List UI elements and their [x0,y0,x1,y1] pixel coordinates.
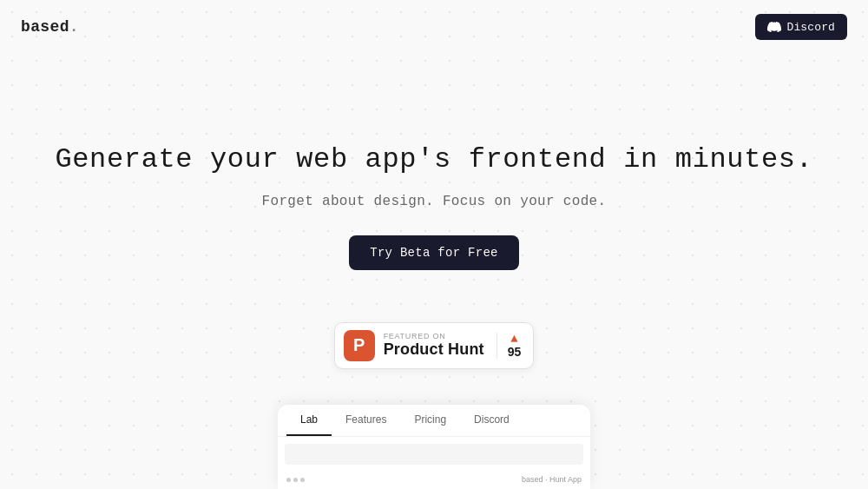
logo-dot: . [69,18,79,36]
product-hunt-badge-container: P FEATURED ON Product Hunt ▲ 95 [0,322,868,369]
bottom-bar-footer: based · Hunt App [278,472,590,489]
product-hunt-text: FEATURED ON Product Hunt [384,332,484,359]
hero-title: Generate your web app's frontend in minu… [55,141,812,180]
try-beta-button[interactable]: Try Beta for Free [349,235,519,270]
bottom-bar: Lab Features Pricing Discord based · Hun… [278,405,590,489]
upvote-count: 95 [508,345,522,359]
tab-pricing[interactable]: Pricing [400,405,460,436]
footer-logos: based · Hunt App [522,475,582,484]
footer-logo-text: based · Hunt App [522,475,582,484]
discord-icon [767,20,781,34]
featured-label: FEATURED ON [384,332,484,340]
tab-lab[interactable]: Lab [286,405,332,436]
hero-subtitle: Forget about design. Focus on your code. [262,194,607,209]
product-hunt-upvote[interactable]: ▲ 95 [496,333,522,359]
hero-section: Generate your web app's frontend in minu… [0,141,868,270]
discord-button[interactable]: Discord [755,14,847,40]
bottom-bar-content [285,444,583,465]
tab-discord[interactable]: Discord [460,405,523,436]
bottom-bar-tabs: Lab Features Pricing Discord [278,405,590,437]
tab-features[interactable]: Features [332,405,400,436]
product-hunt-badge[interactable]: P FEATURED ON Product Hunt ▲ 95 [334,322,535,369]
discord-label: Discord [786,21,835,34]
footer-dots [286,478,305,482]
product-hunt-logo: P [344,330,375,361]
logo: based. [21,18,79,36]
product-hunt-name: Product Hunt [384,340,484,359]
logo-text: based [21,18,69,36]
footer-dot-2 [293,478,298,482]
navbar: based. Discord [0,0,868,54]
footer-dot-1 [286,478,291,482]
upvote-arrow-icon: ▲ [510,333,517,345]
footer-dot-3 [300,478,305,482]
